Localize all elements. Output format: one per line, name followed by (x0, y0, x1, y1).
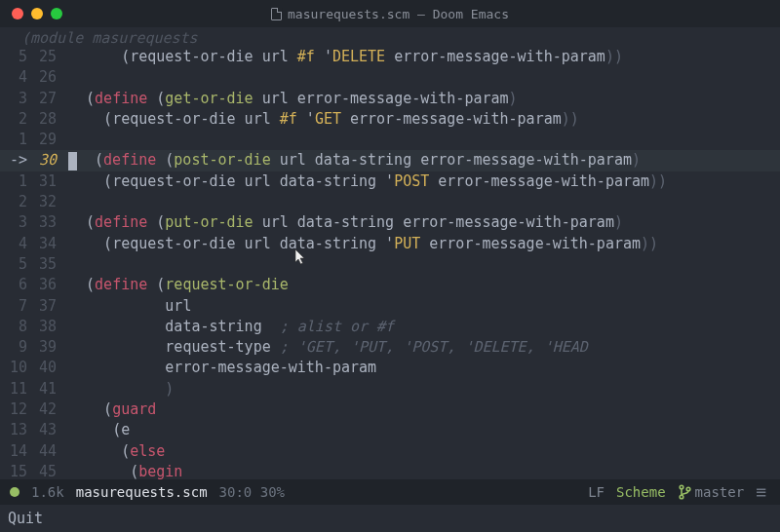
absolute-line-number: 34 (31, 234, 64, 254)
code-content[interactable]: request-type ; 'GET, 'PUT, 'POST, 'DELET… (64, 337, 780, 358)
relative-line-number: 8 (0, 317, 31, 337)
code-line[interactable]: 327 (define (get-or-die url error-messag… (0, 89, 780, 109)
code-content[interactable]: (define (put-or-die url data-string erro… (64, 212, 780, 233)
code-line[interactable]: 129 (0, 130, 780, 150)
relative-line-number: 12 (0, 399, 31, 420)
code-line[interactable]: 1242 (guard (0, 399, 780, 420)
code-line[interactable]: 434 (request-or-die url data-string 'PUT… (0, 234, 780, 254)
code-line[interactable]: 333 (define (put-or-die url data-string … (0, 212, 780, 233)
code-line[interactable]: 131 (request-or-die url data-string 'POS… (0, 171, 780, 192)
relative-line-number: 5 (0, 47, 31, 67)
code-content[interactable]: data-string ; alist or #f (64, 317, 780, 337)
absolute-line-number: 33 (31, 212, 64, 233)
absolute-line-number: 26 (31, 67, 64, 88)
code-line[interactable]: 939 request-type ; 'GET, 'PUT, 'POST, 'D… (0, 337, 780, 358)
traffic-lights (0, 8, 62, 19)
code-line[interactable]: 232 (0, 192, 780, 212)
relative-line-number: 5 (0, 254, 31, 275)
relative-line-number: 7 (0, 296, 31, 317)
code-content[interactable]: url (64, 296, 780, 317)
absolute-line-number: 27 (31, 89, 64, 109)
code-content[interactable]: ) (64, 379, 780, 399)
absolute-line-number: 44 (31, 441, 64, 462)
code-content[interactable] (64, 254, 780, 275)
code-content[interactable]: error-message-with-param (64, 358, 780, 378)
code-line[interactable]: 636 (define (request-or-die (0, 275, 780, 295)
relative-line-number: 1 (0, 171, 31, 192)
code-content[interactable]: (else (64, 441, 780, 462)
relative-line-number: 6 (0, 275, 31, 295)
cursor-position: 30:0 30% (219, 484, 285, 500)
relative-line-number: 2 (0, 192, 31, 212)
relative-line-number: -> (0, 150, 31, 171)
absolute-line-number: 43 (31, 420, 64, 440)
buffer-state-indicator (10, 487, 20, 497)
code-line[interactable]: 838 data-string ; alist or #f (0, 317, 780, 337)
code-line[interactable]: ->30 (define (post-or-die url data-strin… (0, 150, 780, 171)
close-icon[interactable] (12, 8, 23, 19)
code-content[interactable]: (request-or-die url #f 'GET error-messag… (64, 109, 780, 130)
absolute-line-number: 38 (31, 317, 64, 337)
relative-line-number: 3 (0, 212, 31, 233)
absolute-line-number: 42 (31, 399, 64, 420)
code-content[interactable] (64, 67, 780, 88)
absolute-line-number: 28 (31, 109, 64, 130)
code-content[interactable]: (define (post-or-die url data-string err… (64, 150, 780, 171)
code-content[interactable]: (request-or-die url data-string 'POST er… (64, 171, 780, 192)
buffer-name[interactable]: masurequests.scm (76, 484, 208, 500)
code-content[interactable]: (define (request-or-die (64, 275, 780, 295)
code-content[interactable] (64, 192, 780, 212)
svg-point-2 (686, 487, 690, 491)
relative-line-number: 2 (0, 109, 31, 130)
relative-line-number: 11 (0, 379, 31, 399)
git-branch-icon (678, 484, 691, 500)
code-content[interactable]: (request-or-die url #f 'DELETE error-mes… (64, 47, 780, 67)
code-line[interactable]: 1444 (else (0, 441, 780, 462)
code-line[interactable]: 525 (request-or-die url #f 'DELETE error… (0, 47, 780, 67)
relative-line-number: 10 (0, 358, 31, 378)
absolute-line-number: 30 (31, 150, 64, 171)
file-size: 1.6k (31, 484, 64, 500)
maximize-icon[interactable] (51, 8, 62, 19)
minibuffer-message: Quit (8, 510, 43, 527)
relative-line-number: 3 (0, 89, 31, 109)
absolute-line-number: 37 (31, 296, 64, 317)
window-titlebar: masurequests.scm — Doom Emacs (0, 0, 780, 27)
menu-icon[interactable]: ≡ (756, 483, 766, 501)
title-text: masurequests.scm — Doom Emacs (288, 7, 509, 21)
relative-line-number: 13 (0, 420, 31, 440)
context-hint: (module masurequests (21, 29, 198, 47)
code-line[interactable]: 426 (0, 67, 780, 88)
relative-line-number: 4 (0, 67, 31, 88)
vcs-branch[interactable]: master (678, 484, 745, 500)
code-line[interactable]: 1040 error-message-with-param (0, 358, 780, 378)
absolute-line-number: 40 (31, 358, 64, 378)
svg-point-1 (680, 495, 683, 499)
code-content[interactable]: (request-or-die url data-string 'PUT err… (64, 234, 780, 254)
minibuffer[interactable]: Quit (0, 505, 780, 532)
code-content[interactable]: (guard (64, 399, 780, 420)
code-editor[interactable]: 525 (request-or-die url #f 'DELETE error… (0, 47, 780, 482)
code-line[interactable]: 1343 (e (0, 420, 780, 440)
relative-line-number: 1 (0, 130, 31, 150)
branch-name: master (695, 484, 745, 500)
absolute-line-number: 39 (31, 337, 64, 358)
mode-line: 1.6k masurequests.scm 30:0 30% LF Scheme… (0, 479, 780, 505)
line-ending[interactable]: LF (588, 484, 604, 500)
major-mode[interactable]: Scheme (616, 484, 666, 500)
code-line[interactable]: 1141 ) (0, 379, 780, 399)
minimize-icon[interactable] (31, 8, 43, 19)
absolute-line-number: 32 (31, 192, 64, 212)
code-content[interactable]: (define (get-or-die url error-message-wi… (64, 89, 780, 109)
code-line[interactable]: 228 (request-or-die url #f 'GET error-me… (0, 109, 780, 130)
window-title: masurequests.scm — Doom Emacs (271, 7, 509, 21)
code-line[interactable]: 737 url (0, 296, 780, 317)
absolute-line-number: 29 (31, 130, 64, 150)
relative-line-number: 4 (0, 234, 31, 254)
code-line[interactable]: 535 (0, 254, 780, 275)
absolute-line-number: 25 (31, 47, 64, 67)
relative-line-number: 14 (0, 441, 31, 462)
code-content[interactable] (64, 130, 780, 150)
code-content[interactable]: (e (64, 420, 780, 440)
text-cursor (68, 152, 77, 171)
